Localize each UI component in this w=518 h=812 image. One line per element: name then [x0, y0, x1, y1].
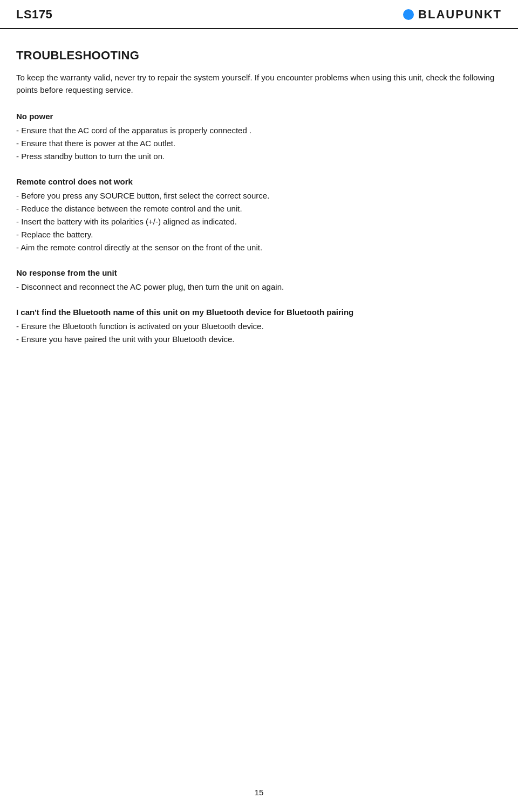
page-header: LS175 BLAUPUNKT — [0, 0, 518, 29]
page-container: LS175 BLAUPUNKT TROUBLESHOOTING To keep … — [0, 0, 518, 812]
subsection-item: - Press standby button to turn the unit … — [16, 150, 502, 163]
subsection-item: - Reduce the distance between the remote… — [16, 202, 502, 215]
page-number-container: 15 — [0, 788, 518, 797]
brand-name-label: BLAUPUNKT — [418, 8, 502, 22]
subsection-item: - Insert the battery with its polarities… — [16, 215, 502, 228]
subsection-item: - Ensure the Bluetooth function is activ… — [16, 320, 502, 333]
subsection-bluetooth: I can't find the Bluetooth name of this … — [16, 308, 502, 346]
model-label: LS175 — [16, 8, 52, 22]
subsection-item: - Ensure that there is power at the AC o… — [16, 137, 502, 150]
intro-text: To keep the warranty valid, never try to… — [16, 71, 502, 97]
brand-dot-icon — [403, 9, 414, 20]
page-number: 15 — [255, 788, 264, 797]
section-title: TROUBLESHOOTING — [16, 49, 502, 63]
subsection-no-response: No response from the unit - Disconnect a… — [16, 268, 502, 294]
subsection-title-no-power: No power — [16, 112, 502, 121]
subsection-item: - Before you press any SOURCE button, fi… — [16, 189, 502, 202]
subsection-no-power: No power - Ensure that the AC cord of th… — [16, 112, 502, 163]
main-content: TROUBLESHOOTING To keep the warranty val… — [0, 29, 518, 392]
subsection-title-bluetooth: I can't find the Bluetooth name of this … — [16, 308, 502, 317]
subsection-item: - Aim the remote control directly at the… — [16, 241, 502, 254]
subsection-title-no-response: No response from the unit — [16, 268, 502, 277]
subsection-title-remote: Remote control does not work — [16, 177, 502, 186]
subsection-item: - Ensure you have paired the unit with y… — [16, 333, 502, 346]
subsection-item: - Disconnect and reconnect the AC power … — [16, 281, 502, 294]
subsection-item: - Ensure that the AC cord of the apparat… — [16, 124, 502, 137]
subsection-item: - Replace the battery. — [16, 228, 502, 241]
subsection-remote-control: Remote control does not work - Before yo… — [16, 177, 502, 254]
brand-area: BLAUPUNKT — [403, 8, 502, 22]
